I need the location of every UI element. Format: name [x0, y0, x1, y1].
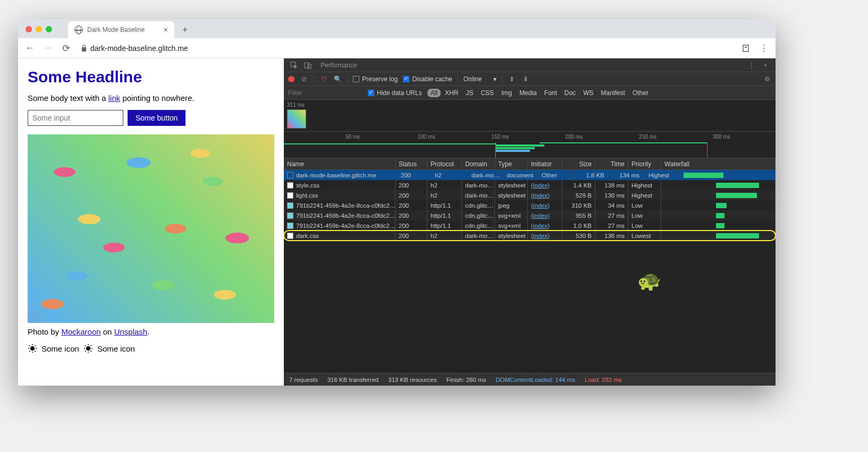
svg-line-10: [35, 345, 36, 346]
filter-type-manifest[interactable]: Manifest: [598, 89, 628, 97]
filter-type-img[interactable]: Img: [498, 89, 515, 97]
body-link[interactable]: link: [108, 93, 121, 103]
disable-cache-checkbox[interactable]: Disable cache: [403, 75, 452, 83]
network-filter-bar: Hide data URLs AllXHRJSCSSImgMediaFontDo…: [284, 86, 776, 100]
timeline-tick: 250 ms: [639, 134, 656, 140]
demo-input[interactable]: [28, 110, 123, 126]
table-row[interactable]: 791b2241-459b-4a2e-8cca-c0fdc2…200http/1…: [284, 220, 776, 231]
menu-button[interactable]: ⋮: [756, 41, 771, 56]
minimize-window-button[interactable]: [36, 26, 42, 32]
col-domain[interactable]: Domain: [462, 158, 495, 169]
col-protocol[interactable]: Protocol: [427, 158, 462, 169]
svg-line-18: [85, 351, 86, 352]
site-link[interactable]: Unsplash: [114, 327, 148, 336]
filter-type-js[interactable]: JS: [462, 89, 476, 97]
network-table: Name Status Protocol Domain Type Initiat…: [284, 158, 776, 373]
devtools-menu-icon[interactable]: ⋮: [745, 62, 759, 69]
throttling-select[interactable]: Online▾: [464, 75, 497, 83]
col-waterfall[interactable]: Waterfall: [661, 158, 776, 169]
table-row[interactable]: dark.css200h2dark-mo…stylesheet(index)53…: [284, 231, 776, 241]
upload-icon[interactable]: ⬆: [508, 75, 516, 83]
filter-toggle-icon[interactable]: ▽: [319, 75, 328, 83]
download-icon[interactable]: ⬇: [521, 75, 530, 83]
icon-label: Some icon: [41, 344, 79, 353]
reload-button[interactable]: ⟳: [58, 41, 73, 56]
window-controls: [26, 26, 52, 32]
filter-type-font[interactable]: Font: [541, 89, 560, 97]
demo-image: [28, 134, 274, 323]
network-timeline[interactable]: 50 ms100 ms150 ms200 ms250 ms300 ms: [284, 132, 776, 158]
col-priority[interactable]: Priority: [628, 158, 661, 169]
svg-line-17: [90, 351, 91, 352]
extensions-button[interactable]: [738, 41, 753, 56]
new-tab-button[interactable]: +: [178, 22, 192, 37]
timeline-tick: 200 ms: [565, 134, 583, 140]
filter-type-all[interactable]: All: [427, 89, 441, 97]
inspect-icon[interactable]: [287, 62, 301, 69]
network-status-bar: 7 requests 316 KB transferred 313 KB res…: [284, 373, 776, 386]
col-name[interactable]: Name: [284, 158, 395, 169]
svg-line-7: [29, 345, 30, 346]
image-caption: Photo by Mockaroon on Unsplash.: [28, 327, 274, 336]
hide-data-urls-checkbox[interactable]: Hide data URLs: [368, 89, 422, 97]
author-link[interactable]: Mockaroon: [61, 327, 100, 336]
timeline-tick: 150 ms: [492, 134, 509, 140]
devtools-tab-performance[interactable]: Performance: [315, 58, 363, 72]
demo-button[interactable]: Some button: [128, 110, 186, 126]
filter-type-other[interactable]: Other: [629, 89, 652, 97]
devtools-close-icon[interactable]: ×: [759, 62, 772, 69]
settings-icon[interactable]: ⚙: [763, 75, 771, 83]
back-button[interactable]: ←: [22, 41, 37, 56]
page-content: Some Headline Some body text with a link…: [18, 58, 284, 386]
bulb-icon: [83, 344, 93, 353]
url-display[interactable]: dark-mode-baseline.glitch.me: [81, 44, 188, 53]
close-tab-icon[interactable]: ×: [164, 25, 168, 34]
filter-type-xhr[interactable]: XHR: [442, 89, 461, 97]
timeline-tick: 100 ms: [418, 134, 435, 140]
devtools-panel: ElementsConsoleSourcesNetworkPerformance…: [284, 58, 776, 386]
tab-title: Dark Mode Baseline: [87, 26, 145, 33]
turtle-emoji: 🐢: [637, 270, 661, 292]
svg-point-2: [30, 346, 35, 351]
table-row[interactable]: dark-mode-baseline.glitch.me200h2dark-mo…: [284, 170, 776, 180]
status-dcl: DOMContentLoaded: 144 ms: [495, 377, 575, 383]
close-window-button[interactable]: [26, 26, 32, 32]
forward-button[interactable]: →: [40, 41, 55, 56]
filter-type-css[interactable]: CSS: [477, 89, 497, 97]
filter-type-media[interactable]: Media: [516, 89, 540, 97]
col-initiator[interactable]: Initiator: [528, 158, 562, 169]
maximize-window-button[interactable]: [46, 26, 52, 32]
lock-icon: [81, 45, 87, 52]
table-row[interactable]: 791b2241-459b-4a2e-8cca-c0fdc2…200http/1…: [284, 210, 776, 220]
device-icon[interactable]: [301, 62, 315, 69]
table-row[interactable]: light.css200h2dark-mo…stylesheet(index)5…: [284, 190, 776, 200]
filter-input[interactable]: [288, 89, 363, 97]
col-size[interactable]: Size: [562, 158, 595, 169]
col-status[interactable]: Status: [395, 158, 427, 169]
table-row[interactable]: 791b2241-459b-4a2e-8cca-c0fdc2…200http/1…: [284, 200, 776, 210]
network-overview[interactable]: 311 ms: [284, 100, 776, 132]
search-icon[interactable]: 🔍: [333, 75, 342, 83]
icon-label: Some icon: [97, 344, 135, 353]
svg-line-19: [90, 345, 91, 346]
svg-line-16: [85, 345, 86, 346]
col-time[interactable]: Time: [595, 158, 628, 169]
address-bar: ← → ⟳ dark-mode-baseline.glitch.me ⋮: [18, 38, 776, 58]
col-type[interactable]: Type: [495, 158, 528, 169]
screenshot-thumb[interactable]: [287, 109, 306, 129]
table-header: Name Status Protocol Domain Type Initiat…: [284, 158, 776, 170]
browser-tab[interactable]: Dark Mode Baseline ×: [68, 21, 174, 38]
browser-tabbar: Dark Mode Baseline × +: [18, 19, 776, 38]
record-button[interactable]: [288, 76, 294, 82]
table-row[interactable]: style.css200h2dark-mo…stylesheet(index)1…: [284, 180, 776, 190]
preserve-log-checkbox[interactable]: Preserve log: [353, 75, 398, 83]
svg-rect-21: [305, 63, 309, 68]
filter-type-ws[interactable]: WS: [580, 89, 596, 97]
filter-type-doc[interactable]: Doc: [561, 89, 579, 97]
status-finish: Finish: 280 ms: [446, 377, 486, 383]
status-resources: 313 KB resources: [388, 377, 436, 383]
devtools-tabbar: ElementsConsoleSourcesNetworkPerformance…: [284, 58, 776, 72]
browser-window: Dark Mode Baseline × + ← → ⟳ dark-mode-b…: [18, 19, 776, 386]
clear-button[interactable]: ⊘: [300, 75, 308, 83]
status-transferred: 316 KB transferred: [327, 377, 379, 383]
